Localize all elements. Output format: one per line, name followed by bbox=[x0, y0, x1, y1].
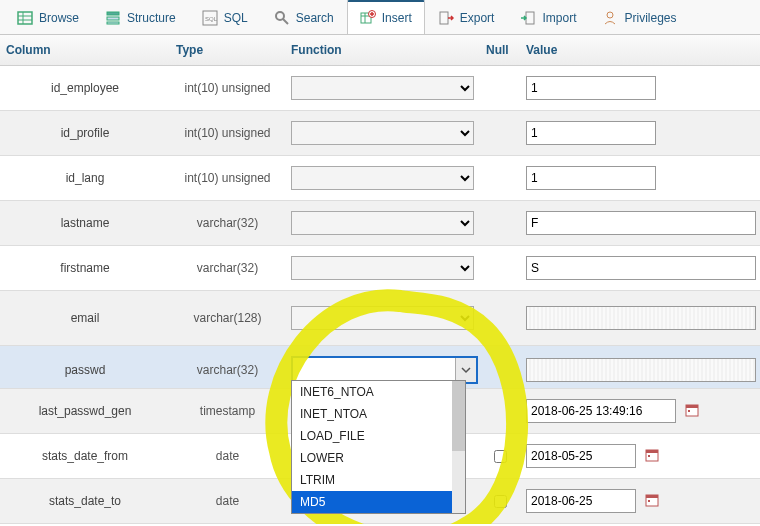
svg-text:SQL: SQL bbox=[205, 16, 218, 22]
column-name: id_lang bbox=[0, 161, 170, 195]
header-function: Function bbox=[285, 35, 480, 65]
tab-import[interactable]: Import bbox=[507, 0, 589, 34]
svg-rect-5 bbox=[107, 17, 119, 20]
function-select[interactable] bbox=[291, 306, 474, 330]
function-option[interactable]: MD5 bbox=[292, 491, 465, 513]
tab-label: Privileges bbox=[624, 11, 676, 25]
svg-rect-25 bbox=[648, 455, 650, 457]
column-name: stats_date_from bbox=[0, 439, 170, 473]
value-input[interactable] bbox=[526, 76, 656, 100]
search-icon bbox=[274, 10, 290, 26]
function-option[interactable]: INET_NTOA bbox=[292, 403, 465, 425]
svg-rect-18 bbox=[526, 12, 534, 24]
import-icon bbox=[520, 10, 536, 26]
column-type: varchar(128) bbox=[170, 301, 285, 335]
sql-icon: SQL bbox=[202, 10, 218, 26]
svg-rect-17 bbox=[440, 12, 448, 24]
table-row: id_employee int(10) unsigned bbox=[0, 66, 760, 111]
tab-label: Browse bbox=[39, 11, 79, 25]
tab-export[interactable]: Export bbox=[425, 0, 508, 34]
tab-label: Insert bbox=[382, 11, 412, 25]
export-icon bbox=[438, 10, 454, 26]
value-input[interactable] bbox=[526, 489, 636, 513]
function-select[interactable] bbox=[291, 166, 474, 190]
value-input[interactable] bbox=[526, 358, 756, 382]
svg-rect-6 bbox=[107, 22, 119, 24]
header-type: Type bbox=[170, 35, 285, 65]
table-row: id_lang int(10) unsigned bbox=[0, 156, 760, 201]
function-select[interactable] bbox=[291, 76, 474, 100]
chevron-down-icon[interactable] bbox=[455, 358, 476, 382]
column-type: timestamp bbox=[170, 394, 285, 428]
table-row: passwd varchar(32) INET6_NTOA INET_NTOA … bbox=[0, 346, 760, 389]
tab-structure[interactable]: Structure bbox=[92, 0, 189, 34]
value-input[interactable] bbox=[526, 211, 756, 235]
svg-rect-24 bbox=[646, 450, 658, 453]
function-select[interactable] bbox=[291, 211, 474, 235]
value-input[interactable] bbox=[526, 166, 656, 190]
svg-rect-28 bbox=[648, 500, 650, 502]
svg-rect-21 bbox=[686, 405, 698, 408]
svg-rect-0 bbox=[18, 12, 32, 24]
svg-point-9 bbox=[276, 12, 284, 20]
tab-bar: Browse Structure SQL SQL Search Insert E… bbox=[0, 0, 760, 35]
table-row: lastname varchar(32) bbox=[0, 201, 760, 246]
tab-label: Import bbox=[542, 11, 576, 25]
column-type: varchar(32) bbox=[170, 251, 285, 285]
table-row: email varchar(128) bbox=[0, 291, 760, 346]
tab-insert[interactable]: Insert bbox=[347, 0, 425, 34]
tab-label: Structure bbox=[127, 11, 176, 25]
tab-browse[interactable]: Browse bbox=[4, 0, 92, 34]
null-checkbox[interactable] bbox=[494, 495, 507, 508]
column-type: int(10) unsigned bbox=[170, 71, 285, 105]
column-type: varchar(32) bbox=[170, 353, 285, 387]
privileges-icon bbox=[602, 10, 618, 26]
tab-sql[interactable]: SQL SQL bbox=[189, 0, 261, 34]
column-type: date bbox=[170, 484, 285, 518]
calendar-icon[interactable] bbox=[645, 493, 659, 510]
function-option[interactable]: INET6_NTOA bbox=[292, 381, 465, 403]
function-dropdown-list: INET6_NTOA INET_NTOA LOAD_FILE LOWER LTR… bbox=[291, 380, 466, 514]
column-name: passwd bbox=[0, 353, 170, 387]
scrollbar[interactable] bbox=[452, 381, 465, 513]
column-type: int(10) unsigned bbox=[170, 116, 285, 150]
column-name: firstname bbox=[0, 251, 170, 285]
column-name: id_employee bbox=[0, 71, 170, 105]
column-name: id_profile bbox=[0, 116, 170, 150]
value-input[interactable] bbox=[526, 121, 656, 145]
null-checkbox[interactable] bbox=[494, 450, 507, 463]
svg-point-19 bbox=[607, 12, 613, 18]
value-input[interactable] bbox=[526, 444, 636, 468]
column-name: last_passwd_gen bbox=[0, 394, 170, 428]
calendar-icon[interactable] bbox=[685, 403, 699, 420]
column-type: int(10) unsigned bbox=[170, 161, 285, 195]
tab-label: Export bbox=[460, 11, 495, 25]
column-headers: Column Type Function Null Value bbox=[0, 35, 760, 66]
header-value: Value bbox=[520, 35, 760, 65]
table-row: id_profile int(10) unsigned bbox=[0, 111, 760, 156]
header-null: Null bbox=[480, 35, 520, 65]
column-type: date bbox=[170, 439, 285, 473]
column-name: email bbox=[0, 301, 170, 335]
function-option[interactable]: LOWER bbox=[292, 447, 465, 469]
structure-icon bbox=[105, 10, 121, 26]
function-select-open[interactable]: INET6_NTOA INET_NTOA LOAD_FILE LOWER LTR… bbox=[291, 356, 474, 384]
column-type: varchar(32) bbox=[170, 206, 285, 240]
function-select[interactable] bbox=[291, 256, 474, 280]
browse-icon bbox=[17, 10, 33, 26]
value-input[interactable] bbox=[526, 399, 676, 423]
column-name: lastname bbox=[0, 206, 170, 240]
calendar-icon[interactable] bbox=[645, 448, 659, 465]
table-row: firstname varchar(32) bbox=[0, 246, 760, 291]
svg-rect-27 bbox=[646, 495, 658, 498]
tab-label: SQL bbox=[224, 11, 248, 25]
function-select[interactable] bbox=[291, 121, 474, 145]
value-input[interactable] bbox=[526, 306, 756, 330]
tab-search[interactable]: Search bbox=[261, 0, 347, 34]
value-input[interactable] bbox=[526, 256, 756, 280]
function-option[interactable]: LTRIM bbox=[292, 469, 465, 491]
tab-privileges[interactable]: Privileges bbox=[589, 0, 689, 34]
function-option[interactable]: LOAD_FILE bbox=[292, 425, 465, 447]
svg-rect-4 bbox=[107, 12, 119, 15]
column-name: stats_date_to bbox=[0, 484, 170, 518]
